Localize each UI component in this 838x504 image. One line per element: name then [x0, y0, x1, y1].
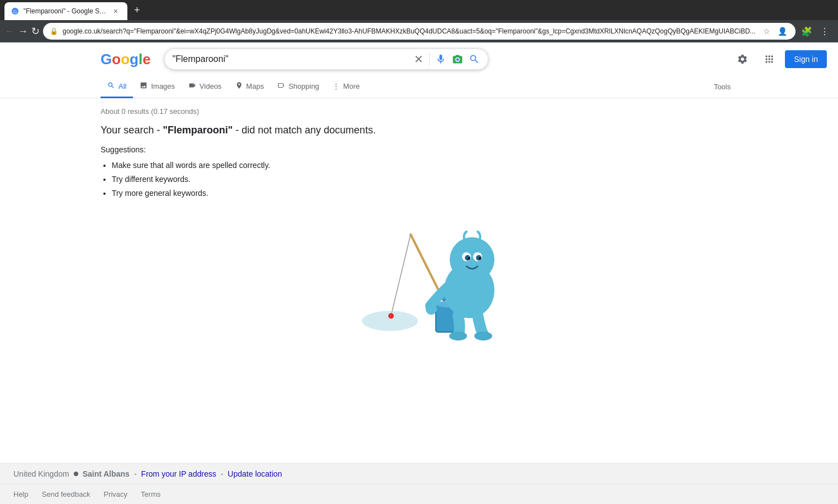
tools-button[interactable]: Tools	[707, 77, 737, 97]
tab-all-label: All	[118, 82, 126, 90]
tab-favicon: G	[11, 7, 19, 15]
footer-links: Help Send feedback Privacy Terms	[0, 484, 838, 504]
address-bar-row: ← → ↻ 🔒 google.co.uk/search?q="Flemparoo…	[0, 20, 838, 42]
suggestion-3: Try more general keywords.	[112, 186, 737, 200]
footer-location: United Kingdom Saint Albans - From your …	[0, 464, 838, 484]
footer-country: United Kingdom	[13, 469, 69, 478]
suggestions-section: Suggestions: Make sure that all words ar…	[101, 145, 737, 201]
tab-more-label: More	[343, 82, 360, 90]
tab-close-button[interactable]: ×	[111, 6, 121, 16]
incognito-badge: 🕵 Incognito	[835, 26, 838, 37]
all-tab-icon	[107, 81, 115, 91]
maps-tab-icon	[235, 81, 243, 91]
shopping-tab-icon	[277, 81, 285, 91]
images-tab-icon	[140, 81, 147, 91]
top-icons: Sign in	[731, 48, 827, 70]
help-link[interactable]: Help	[13, 490, 28, 498]
apps-button[interactable]	[758, 48, 780, 70]
toolbar-right: 🧩 ⋮ 🕵 Incognito Update	[799, 23, 838, 39]
tab-maps-label: Maps	[246, 82, 264, 90]
suggestions-list: Make sure that all words are spelled cor…	[101, 159, 737, 201]
svg-point-20	[474, 332, 492, 340]
divider	[429, 52, 430, 66]
suggestions-title: Suggestions:	[101, 145, 737, 154]
svg-text:G: G	[13, 9, 17, 15]
tab-shopping[interactable]: Shopping	[270, 76, 326, 98]
tab-maps[interactable]: Maps	[228, 76, 271, 98]
settings-button[interactable]	[731, 48, 754, 70]
refresh-button[interactable]: ↻	[31, 23, 40, 39]
lock-icon: 🔒	[50, 27, 58, 35]
back-button[interactable]: ←	[4, 23, 15, 39]
footer-city: Saint Albans	[83, 469, 130, 478]
browser-chrome: G "Flemparooni" - Google Search × + ← → …	[0, 0, 838, 42]
search-area: G o o g l e ✕	[0, 42, 838, 76]
footer: United Kingdom Saint Albans - From your …	[0, 463, 838, 504]
search-input[interactable]	[173, 54, 408, 64]
search-button[interactable]	[469, 54, 480, 65]
new-tab-button[interactable]: +	[130, 2, 145, 18]
no-match-query: "Flemparooni"	[163, 124, 232, 136]
url-text: google.co.uk/search?q="Flemparooni"&ei=w…	[63, 27, 755, 35]
svg-point-17	[479, 257, 481, 260]
sign-in-button[interactable]: Sign in	[785, 50, 827, 68]
update-location-link[interactable]: Update location	[228, 469, 282, 478]
address-bar[interactable]: 🔒 google.co.uk/search?q="Flemparooni"&ei…	[43, 23, 796, 40]
terms-link[interactable]: Terms	[141, 490, 160, 498]
image-search-button[interactable]	[452, 54, 463, 65]
search-box[interactable]: ✕	[164, 49, 488, 70]
tab-more[interactable]: ⋮ More	[326, 76, 366, 98]
svg-point-6	[388, 313, 394, 319]
active-tab[interactable]: G "Flemparooni" - Google Search ×	[4, 2, 127, 20]
svg-point-16	[468, 257, 470, 260]
voice-search-button[interactable]	[435, 54, 446, 65]
nav-tabs: All Images Videos Maps Shopping	[0, 76, 838, 98]
no-results-message: Your search - "Flemparooni" - did not ma…	[101, 124, 737, 136]
footer-separator: -	[134, 469, 137, 478]
svg-point-11	[450, 237, 494, 282]
page-content: G o o g l e ✕	[0, 42, 838, 368]
clear-search-button[interactable]: ✕	[414, 52, 423, 66]
svg-point-18	[426, 304, 437, 315]
footer-separator2: -	[221, 469, 223, 478]
no-results-illustration	[101, 212, 737, 346]
tab-all[interactable]: All	[101, 76, 133, 98]
tab-images[interactable]: Images	[133, 76, 182, 98]
tab-title: "Flemparooni" - Google Search	[23, 7, 106, 15]
results-area: About 0 results (0.17 seconds) Your sear…	[0, 98, 838, 368]
extensions-icon[interactable]: 🧩	[799, 23, 815, 39]
svg-point-2	[456, 58, 459, 61]
google-logo[interactable]: G o o g l e	[101, 51, 151, 68]
send-feedback-link[interactable]: Send feedback	[42, 490, 91, 498]
svg-line-4	[391, 234, 411, 315]
forward-button[interactable]: →	[18, 23, 28, 39]
no-match-prefix: Your search -	[101, 124, 163, 136]
svg-point-19	[449, 332, 467, 340]
suggestion-1: Make sure that all words are spelled cor…	[112, 159, 737, 172]
suggestion-2: Try different keywords.	[112, 172, 737, 186]
from-ip-link[interactable]: From your IP address	[141, 469, 216, 478]
location-dot	[74, 472, 78, 476]
address-icons: ☆ 👤	[760, 25, 789, 38]
menu-icon[interactable]: ⋮	[817, 23, 832, 39]
bookmark-icon[interactable]: ☆	[760, 25, 773, 38]
tab-videos-label: Videos	[199, 82, 222, 90]
videos-tab-icon	[188, 81, 196, 91]
incognito-profile-icon[interactable]: 👤	[775, 25, 789, 38]
tab-bar: G "Flemparooni" - Google Search × +	[0, 0, 838, 20]
tab-images-label: Images	[151, 82, 175, 90]
tab-shopping-label: Shopping	[288, 82, 319, 90]
tab-videos[interactable]: Videos	[182, 76, 228, 98]
results-stats: About 0 results (0.17 seconds)	[101, 103, 737, 124]
no-match-suffix: - did not match any documents.	[236, 124, 376, 136]
more-tab-icon: ⋮	[332, 82, 340, 90]
privacy-link[interactable]: Privacy	[103, 490, 127, 498]
